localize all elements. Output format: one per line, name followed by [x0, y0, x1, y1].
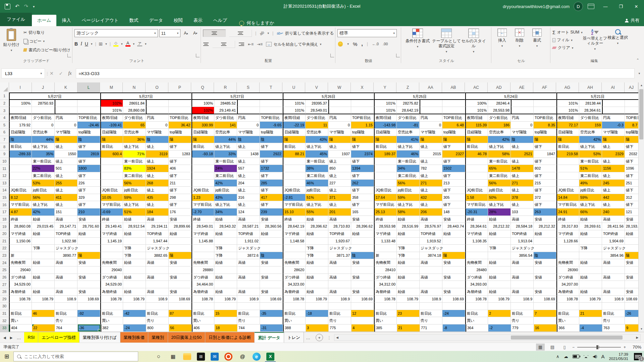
cell[interactable]: 34,529.00 [9, 281, 32, 288]
excel-icon[interactable]: X [266, 353, 274, 361]
cell[interactable] [9, 107, 32, 114]
cell[interactable]: TOP終値 [55, 230, 77, 238]
cell[interactable]: 14.84 [556, 194, 579, 201]
cell[interactable]: 3890.77 [55, 252, 77, 259]
cell[interactable]: 値上 [328, 187, 351, 194]
cell[interactable]: 44% [214, 136, 237, 143]
cell[interactable]: 28,212.32 [488, 223, 511, 230]
cell[interactable]: 高値 [146, 216, 169, 223]
cell[interactable]: 値上下比 [306, 143, 328, 150]
vertical-scrollbar[interactable]: ▲ ▼ [638, 82, 644, 332]
cell[interactable]: 88.21 [283, 150, 306, 158]
cell[interactable]: ジャスダック [511, 245, 556, 252]
cell[interactable]: ダウ終値 [556, 274, 579, 281]
cell[interactable]: 53% [579, 150, 602, 158]
row-header-28[interactable]: 28 [0, 288, 9, 296]
cell[interactable]: 271 [511, 180, 534, 187]
cell[interactable]: 779 [511, 324, 534, 332]
cell[interactable]: 下降 [306, 245, 328, 252]
cell[interactable]: 25.13 [374, 208, 397, 216]
cell[interactable]: 58% [397, 208, 420, 216]
cell[interactable]: ダウ終値 [192, 274, 214, 281]
cell[interactable]: 陽 [374, 136, 397, 143]
cell[interactable]: 5月27日 [192, 93, 283, 100]
cell[interactable] [511, 100, 534, 107]
cell[interactable]: マザ終値 [465, 230, 488, 238]
cell[interactable]: -143.98 [374, 122, 397, 129]
cell[interactable]: 28,212.32 [534, 223, 556, 230]
cell[interactable]: 1800 [77, 165, 100, 172]
row-header-1[interactable]: 1 [0, 93, 9, 100]
cell[interactable]: 夜間/日経 [192, 114, 214, 122]
cell[interactable]: 59% [579, 194, 602, 201]
cell[interactable]: 円高 [55, 114, 77, 122]
cell[interactable]: 115.39 [465, 122, 488, 129]
cell[interactable]: 33% [214, 150, 237, 158]
at-app-icon[interactable]: @ [238, 352, 247, 361]
close-button[interactable]: ✕ [629, 0, 644, 13]
cell[interactable] [328, 266, 351, 274]
cell[interactable]: 101% [100, 107, 123, 114]
account-email[interactable]: dryyourtearswithlove1@gmail.com [503, 4, 570, 9]
ribbon-tab-数式[interactable]: 数式 [124, 15, 144, 26]
cell[interactable]: 0 [511, 122, 534, 129]
cell[interactable]: top陽陰 [625, 129, 638, 136]
cell[interactable] [214, 281, 237, 288]
insert-cells-button[interactable]: ← 挿入▾ [493, 28, 511, 48]
cell[interactable] [237, 281, 260, 288]
cell[interactable]: 高値 [55, 274, 77, 281]
cell[interactable]: 108.69 [625, 296, 638, 303]
cell[interactable]: 安値 [534, 288, 556, 296]
cell[interactable]: 値下 [169, 143, 192, 150]
cell[interactable]: 始値 [579, 230, 602, 238]
cell[interactable]: 値下 [260, 187, 283, 194]
cell[interactable]: 始値 [214, 259, 237, 266]
cell[interactable]: 陽 [442, 136, 465, 143]
cell[interactable]: 値上 [55, 172, 77, 180]
sheet-tab-エンベロープ指標[interactable]: エンベロープ指標 [38, 332, 79, 343]
cell[interactable]: 28,553.98 [488, 107, 511, 114]
column-header-AF[interactable]: AF [533, 82, 556, 93]
cell[interactable]: 東二前日比 [214, 172, 237, 180]
cell[interactable]: 263 [534, 208, 556, 216]
cell[interactable]: 28,549.01 [192, 223, 214, 230]
cell[interactable]: 下降 [32, 245, 55, 252]
cell[interactable]: マザ終値 [556, 230, 579, 238]
ribbon-tab-ホーム[interactable]: ホーム [32, 15, 56, 26]
cell[interactable]: 始値 [397, 259, 420, 266]
cell[interactable] [192, 303, 214, 310]
cell[interactable] [351, 107, 374, 114]
cell[interactable]: 売り [328, 317, 351, 324]
cell[interactable] [260, 281, 283, 288]
cell[interactable]: JQ前日比 [192, 187, 214, 194]
cell[interactable] [351, 281, 374, 288]
cell[interactable]: 2015 [420, 150, 442, 158]
cell[interactable]: jq前日比 [214, 187, 237, 194]
cell[interactable]: -0.3 [602, 122, 625, 129]
cell[interactable]: 189.37 [374, 150, 397, 158]
align-center-icon[interactable] [212, 41, 235, 48]
cell[interactable]: 262 [351, 180, 374, 187]
cell[interactable] [602, 266, 625, 274]
cell[interactable]: 東二前日比 [123, 172, 146, 180]
phonetic-button[interactable]: ア [137, 42, 142, 46]
cell[interactable]: 値上 [55, 158, 77, 165]
row-header-16[interactable]: 16 [0, 201, 9, 208]
cell[interactable] [465, 158, 488, 165]
cell[interactable]: 1,150.06 [9, 238, 32, 245]
cell[interactable] [77, 238, 100, 245]
cell[interactable]: 179.92 [9, 122, 32, 129]
cell[interactable]: 5月24日 [465, 93, 556, 100]
cell[interactable]: 2329 [602, 150, 625, 158]
cell[interactable]: 始値 [214, 288, 237, 296]
cell[interactable]: 28,549.01 [306, 107, 328, 114]
cell[interactable]: jq前日比 [579, 187, 602, 194]
cell[interactable]: 5月27日 [100, 93, 192, 100]
cell[interactable]: 売り [420, 317, 442, 324]
cell[interactable]: 121 [625, 208, 638, 216]
cell[interactable] [602, 303, 625, 310]
cell[interactable] [123, 266, 146, 274]
cell[interactable]: 高値 [420, 274, 442, 281]
normal-view-button[interactable]: ▦ [536, 344, 545, 351]
row-header-24[interactable]: 24 [0, 259, 9, 266]
